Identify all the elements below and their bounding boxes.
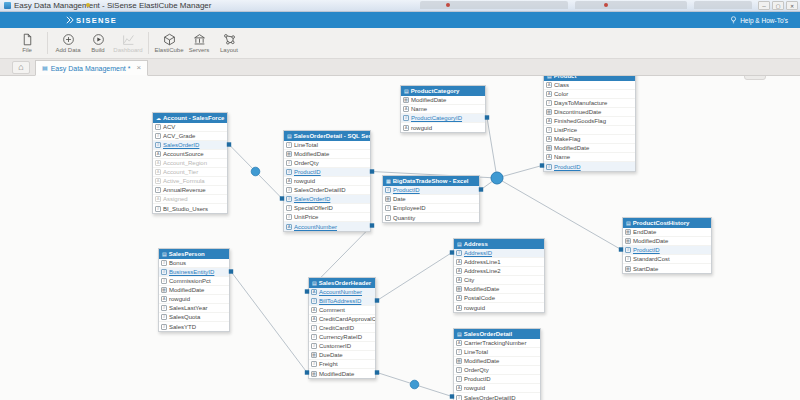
- field-duedate[interactable]: ▦DueDate: [309, 351, 375, 360]
- field-modifieddate[interactable]: ▦ModifiedDate: [284, 150, 370, 159]
- field-name[interactable]: AName: [544, 153, 635, 162]
- field-unitprice[interactable]: #UnitPrice: [284, 213, 370, 222]
- table-bigdata[interactable]: ▦BigDataTradeShow - Excel#ProductID▦Date…: [382, 175, 480, 223]
- field-comment[interactable]: AComment: [309, 306, 375, 315]
- toolbar-layout-button[interactable]: Layout: [214, 29, 244, 57]
- field-creditcardapprovalcode[interactable]: ACreditCardApprovalCode: [309, 315, 375, 324]
- tab-close-icon[interactable]: ×: [136, 64, 141, 72]
- field-productid[interactable]: #ProductID: [623, 246, 711, 255]
- field-modifieddate[interactable]: ▦ModifiedDate: [454, 357, 540, 366]
- field-startdate[interactable]: ▦StartDate: [623, 264, 711, 273]
- field-productcategoryid[interactable]: #ProductCategoryID: [401, 114, 485, 123]
- field-salesorderdetailid[interactable]: #SalesOrderDetailID: [284, 186, 370, 195]
- field-salesorderid[interactable]: #SalesOrderID: [153, 141, 227, 150]
- table-product[interactable]: ▤ProductAClassAColor#DaysToManufacture▦D…: [543, 70, 636, 172]
- field-bonus[interactable]: #Bonus: [159, 259, 229, 268]
- field-salesorderdetailid[interactable]: #SalesOrderDetailID: [454, 393, 540, 400]
- field-makeflag[interactable]: AMakeFlag: [544, 135, 635, 144]
- field-orderqty[interactable]: #OrderQty: [454, 366, 540, 375]
- field-businessentityid[interactable]: #BusinessEntityID: [159, 268, 229, 277]
- table-product_category[interactable]: ▤ProductCategory▦ModifiedDateAName#Produ…: [400, 85, 486, 133]
- minimize-button[interactable]: ─: [758, 1, 770, 10]
- field-rowguid[interactable]: Arowguid: [159, 295, 229, 304]
- field-billtoaddressid[interactable]: #BillToAddressID: [309, 297, 375, 306]
- field-modifieddate[interactable]: ▦ModifiedDate: [544, 144, 635, 153]
- toolbar-add-data-button[interactable]: Add Data: [53, 29, 83, 57]
- maximize-button[interactable]: ▢: [772, 1, 784, 10]
- field-color[interactable]: AColor: [544, 90, 635, 99]
- field-postalcode[interactable]: APostalCode: [454, 294, 544, 303]
- toolbar-elasticube-button[interactable]: ElastiCube: [154, 29, 184, 57]
- table-salesperson[interactable]: ▤SalesPerson#Bonus#BusinessEntityID#Comm…: [158, 248, 230, 332]
- field-annualrevenue[interactable]: #AnnualRevenue: [153, 186, 227, 195]
- field-linetotal[interactable]: #LineTotal: [454, 348, 540, 357]
- table-header[interactable]: ☁Account - SalesForce: [153, 113, 227, 123]
- table-header[interactable]: ▤SalesOrderDetail: [454, 329, 540, 339]
- field-specialofferid[interactable]: #SpecialOfferID: [284, 204, 370, 213]
- table-sod_bottom[interactable]: ▤SalesOrderDetailACarrierTrackingNumber#…: [453, 328, 541, 400]
- field-linetotal[interactable]: #LineTotal: [284, 141, 370, 150]
- field-salesorderid[interactable]: #SalesOrderID: [284, 195, 370, 204]
- field-productid[interactable]: #ProductID: [284, 168, 370, 177]
- field-class[interactable]: AClass: [544, 81, 635, 90]
- field-account-region[interactable]: AAccount_Region: [153, 159, 227, 168]
- field-modifieddate[interactable]: ▦ModifiedDate: [623, 237, 711, 246]
- field-salesquota[interactable]: #SalesQuota: [159, 313, 229, 322]
- toolbar-servers-button[interactable]: Servers: [184, 29, 214, 57]
- toolbar-build-button[interactable]: Build: [83, 29, 113, 57]
- field-customerid[interactable]: #CustomerID: [309, 342, 375, 351]
- field-accountnumber[interactable]: AAccountNumber: [309, 288, 375, 297]
- field-salesytd[interactable]: #SalesYTD: [159, 322, 229, 331]
- field-modifieddate[interactable]: ▦ModifiedDate: [159, 286, 229, 295]
- field-modifieddate[interactable]: ▦ModifiedDate: [454, 285, 544, 294]
- field-enddate[interactable]: ▦EndDate: [623, 228, 711, 237]
- field-modifieddate[interactable]: ▦ModifiedDate: [309, 369, 375, 378]
- field-rowguid[interactable]: Arowguid: [454, 303, 544, 312]
- field-listprice[interactable]: #ListPrice: [544, 126, 635, 135]
- field-accountsource[interactable]: AAccountSource: [153, 150, 227, 159]
- field-productid[interactable]: #ProductID: [383, 186, 479, 195]
- field-freight[interactable]: #Freight: [309, 360, 375, 369]
- field-quantity[interactable]: #Quantity: [383, 213, 479, 222]
- field-accountnumber[interactable]: AAccountNumber: [284, 222, 370, 231]
- field-saleslastyear[interactable]: #SalesLastYear: [159, 304, 229, 313]
- field-account-tier[interactable]: AAccount_Tier: [153, 168, 227, 177]
- table-pch[interactable]: ▤ProductCostHistory▦EndDate▦ModifiedDate…: [622, 217, 712, 274]
- field-employeeid[interactable]: #EmployeeID: [383, 204, 479, 213]
- field-rowguid[interactable]: Arowguid: [401, 123, 485, 132]
- field-city[interactable]: ACity: [454, 276, 544, 285]
- table-account[interactable]: ☁Account - SalesForce#ACV#ACV_Grade#Sale…: [152, 112, 228, 214]
- field-name[interactable]: AName: [401, 105, 485, 114]
- field-bi-studio-users[interactable]: #BI_Studio_Users: [153, 204, 227, 213]
- field-assigned[interactable]: AAssigned: [153, 195, 227, 204]
- field-rowguid[interactable]: Arowguid: [454, 384, 540, 393]
- home-tab-button[interactable]: ⌂: [12, 61, 30, 74]
- table-header[interactable]: ▤SalesPerson: [159, 249, 229, 259]
- field-productid[interactable]: #ProductID: [454, 375, 540, 384]
- field-date[interactable]: ▦Date: [383, 195, 479, 204]
- field-rowguid[interactable]: Arowguid: [284, 177, 370, 186]
- field-productid[interactable]: #ProductID: [544, 162, 635, 171]
- table-header[interactable]: ▤ProductCategory: [401, 86, 485, 96]
- table-header[interactable]: ▤Address: [454, 239, 544, 249]
- field-active-formula[interactable]: AActive_Formula: [153, 177, 227, 186]
- help-button[interactable]: Help & How-To's: [730, 16, 788, 24]
- table-header[interactable]: ▤SalesOrderHeader: [309, 278, 375, 288]
- field-finishedgoodsflag[interactable]: AFinishedGoodsFlag: [544, 117, 635, 126]
- field-acv[interactable]: #ACV: [153, 123, 227, 132]
- field-carriertrackingnumber[interactable]: ACarrierTrackingNumber: [454, 339, 540, 348]
- toolbar-file-button[interactable]: File: [12, 29, 42, 57]
- field-daystomanufacture[interactable]: #DaysToManufacture: [544, 99, 635, 108]
- table-header[interactable]: ▤ProductCostHistory: [623, 218, 711, 228]
- field-acv-grade[interactable]: #ACV_Grade: [153, 132, 227, 141]
- field-currencyrateid[interactable]: #CurrencyRateID: [309, 333, 375, 342]
- tab-easy-data-management[interactable]: ▤ Easy Data Management * ×: [35, 60, 148, 76]
- table-header[interactable]: ▤SalesOrderDetail - SQL Server: [284, 131, 370, 141]
- table-sod_sql[interactable]: ▤SalesOrderDetail - SQL Server#LineTotal…: [283, 130, 371, 232]
- field-discontinueddate[interactable]: ▦DiscontinuedDate: [544, 108, 635, 117]
- field-addressline1[interactable]: AAddressLine1: [454, 258, 544, 267]
- field-addressline2[interactable]: AAddressLine2: [454, 267, 544, 276]
- close-button[interactable]: ✕: [786, 1, 798, 10]
- table-address[interactable]: ▤Address#AddressIDAAddressLine1AAddressL…: [453, 238, 545, 313]
- field-creditcardid[interactable]: #CreditCardID: [309, 324, 375, 333]
